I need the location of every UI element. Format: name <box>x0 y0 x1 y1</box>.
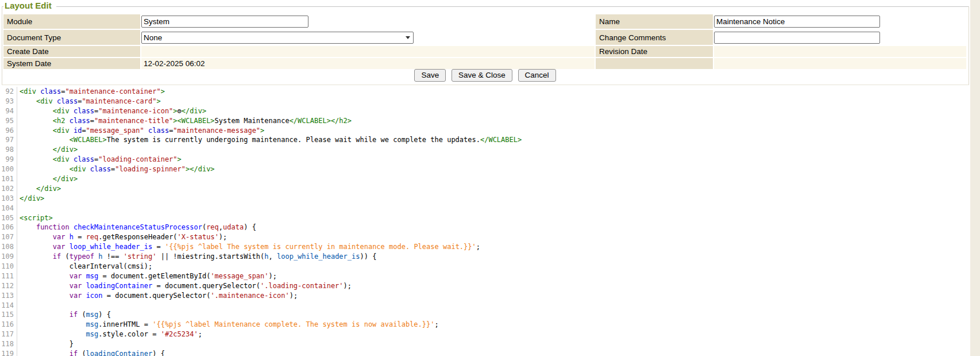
system-date-text: 12-02-2025 06:02 <box>141 59 205 68</box>
code-line[interactable]: 113 var icon = document.querySelector('.… <box>0 291 970 301</box>
line-number: 107 <box>0 232 17 242</box>
code-line[interactable]: 119 if (loadingContainer) { <box>0 349 970 356</box>
code-line[interactable]: 115 if (msg) { <box>0 310 970 320</box>
code-line[interactable]: 118 } <box>0 339 970 349</box>
change-comments-label: Change Comments <box>596 30 713 45</box>
document-type-label: Document Type <box>3 30 140 45</box>
module-label: Module <box>3 14 140 29</box>
code-line[interactable]: 117 msg.style.color = '#2c5234'; <box>0 330 970 339</box>
line-number: 95 <box>0 116 17 126</box>
code-line[interactable]: 100 <div class="loading-spinner"></div> <box>0 164 970 174</box>
change-comments-value-cell <box>714 30 966 45</box>
code-line[interactable]: 99 <div class="loading-container"> <box>0 155 970 164</box>
create-date-label: Create Date <box>3 46 140 57</box>
line-number: 119 <box>0 349 17 356</box>
fieldset-border-bottom <box>2 85 969 85</box>
code-line[interactable]: 107 var h = req.getResponseHeader('X-sta… <box>0 232 970 242</box>
line-number: 98 <box>0 145 17 155</box>
name-label: Name <box>596 14 713 29</box>
line-number: 118 <box>0 339 17 349</box>
code-editor[interactable]: 92<div class="maintenance-container">93 … <box>0 87 970 356</box>
code-line[interactable]: 95 <h2 class="maintenance-title"><WCLABE… <box>0 116 970 126</box>
line-number: 112 <box>0 281 17 291</box>
line-number: 92 <box>0 87 17 97</box>
document-type-select[interactable]: None <box>141 32 414 44</box>
save-close-button[interactable]: Save & Close <box>452 69 512 82</box>
code-line[interactable]: 111 var msg = document.getElementById('m… <box>0 271 970 281</box>
line-number: 114 <box>0 301 17 311</box>
code-line[interactable]: 114 <box>0 301 970 311</box>
code-line[interactable]: 101 </div> <box>0 174 970 184</box>
code-line[interactable]: 106 function checkMaintenanceStatusProce… <box>0 223 970 232</box>
line-number: 111 <box>0 271 17 281</box>
fieldset-border-top <box>2 6 969 7</box>
line-number: 94 <box>0 106 17 116</box>
line-number: 93 <box>0 97 17 106</box>
empty-value-cell <box>714 58 966 69</box>
page-title: Layout Edit <box>3 1 56 10</box>
code-line[interactable]: 104 <box>0 204 970 213</box>
code-line[interactable]: 97 <WCLABEL>The system is currently unde… <box>0 135 970 145</box>
name-value-cell <box>714 14 966 29</box>
layout-edit-form: Module Name Document Type None Change Co… <box>3 14 966 69</box>
code-line[interactable]: 98 </div> <box>0 145 970 155</box>
line-number: 96 <box>0 126 17 136</box>
empty-label-cell <box>596 58 713 69</box>
document-type-value-cell: None <box>141 30 595 45</box>
change-comments-input[interactable] <box>714 32 880 44</box>
line-number: 103 <box>0 194 17 204</box>
code-line[interactable]: 92<div class="maintenance-container"> <box>0 87 970 97</box>
system-date-label: System Date <box>3 58 140 69</box>
revision-date-label: Revision Date <box>596 46 713 57</box>
line-number: 105 <box>0 213 17 223</box>
line-number: 97 <box>0 135 17 145</box>
line-number: 101 <box>0 174 17 184</box>
system-date-value: 12-02-2025 06:02 <box>141 58 595 69</box>
code-line[interactable]: 112 var loadingContainer = document.quer… <box>0 281 970 291</box>
cancel-button[interactable]: Cancel <box>518 69 556 82</box>
line-number: 117 <box>0 330 17 339</box>
code-line[interactable]: 116 msg.innerHTML = '{{%pjs ^label Maint… <box>0 320 970 330</box>
code-line[interactable]: 110 clearInterval(cmsi); <box>0 262 970 271</box>
vertical-scrollbar[interactable] <box>970 0 980 356</box>
line-number: 99 <box>0 155 17 164</box>
line-number: 102 <box>0 184 17 194</box>
create-date-value <box>141 46 595 57</box>
line-number: 108 <box>0 242 17 252</box>
code-line[interactable]: 103</div> <box>0 194 970 204</box>
name-input[interactable] <box>714 16 880 28</box>
module-input[interactable] <box>141 16 308 28</box>
code-line[interactable]: 105<script> <box>0 213 970 223</box>
line-number: 110 <box>0 262 17 271</box>
code-line[interactable]: 108 var loop_while_header_is = '{{%pjs ^… <box>0 242 970 252</box>
line-number: 100 <box>0 164 17 174</box>
line-number: 106 <box>0 223 17 232</box>
form-actions: Save Save & Close Cancel <box>0 69 970 83</box>
code-line[interactable]: 93 <div class="maintenance-card"> <box>0 97 970 106</box>
line-number: 104 <box>0 204 17 213</box>
code-line[interactable]: 96 <div id="message_span" class="mainten… <box>0 126 970 136</box>
layout-edit-page: Layout Edit Module Name Document Type No… <box>0 0 980 356</box>
code-line[interactable]: 94 <div class="maintenance-icon">⚙</div> <box>0 106 970 116</box>
revision-date-value <box>714 46 966 57</box>
save-button[interactable]: Save <box>414 69 446 82</box>
code-line[interactable]: 102 </div> <box>0 184 970 194</box>
line-number: 115 <box>0 310 17 320</box>
module-value-cell <box>141 14 595 29</box>
line-number: 116 <box>0 320 17 330</box>
code-line[interactable]: 109 if (typeof h !== 'string' || !miestr… <box>0 252 970 262</box>
line-number: 113 <box>0 291 17 301</box>
line-number: 109 <box>0 252 17 262</box>
code-lines: 92<div class="maintenance-container">93 … <box>0 87 970 356</box>
